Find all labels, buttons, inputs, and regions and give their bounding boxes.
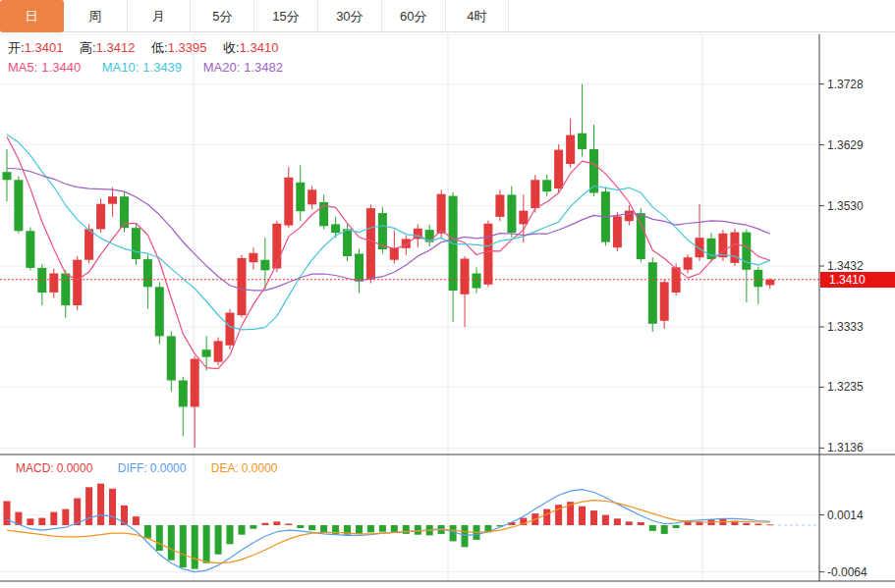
candle [155,287,164,336]
candle [226,313,235,346]
y-axis-label: 1.3728 [827,78,864,91]
candle [3,172,12,180]
macd-bar [403,525,410,534]
candle [742,233,751,270]
tab-60min[interactable]: 60分 [382,0,446,32]
candle [214,341,223,361]
macd-bar [227,525,234,544]
macd-bar [450,525,457,541]
candle [308,189,316,204]
candle [272,224,281,269]
macd-bar [144,525,151,538]
macd-bar [579,507,586,525]
candle [637,213,645,259]
y-axis-label: 1.3530 [827,199,864,213]
macd-value-legend: MACD:0.0000 [16,461,92,475]
macd-bar [215,525,222,555]
candle [495,194,504,217]
tab-week[interactable]: 周 [64,0,128,32]
macd-bar [766,524,773,525]
macd-bar [638,522,644,525]
macd-bar [743,523,750,525]
macd-bar [379,525,386,532]
macd-bar [285,524,292,526]
candle [73,260,82,305]
kline-chart-app: 日 周 月 5分 15分 30分 60分 4时 1.37281.36291.35… [0,0,895,588]
candle [260,260,269,271]
tab-4hour[interactable]: 4时 [446,0,510,32]
candle [461,259,470,294]
y-axis-label: 0.0014 [827,508,864,522]
macd-bar [308,525,315,530]
macd-bar [109,489,116,525]
macd-bar [626,521,633,525]
low-value: 1.3395 [168,40,207,55]
candle [437,194,446,234]
macd-bar [543,509,550,525]
candle [473,274,481,289]
low-label: 低: [151,40,168,55]
macd-bar [74,499,81,526]
candle [402,239,411,247]
macd-bar [661,525,668,534]
high-value: 1.3412 [96,40,136,55]
tab-30min[interactable]: 30分 [318,0,382,32]
candle [49,274,58,293]
kline-canvas[interactable]: 1.37281.36291.35301.34321.33331.32351.31… [0,0,895,588]
candle [684,257,693,270]
ohlc-quote: 开:1.3401 高:1.3412 低:1.3395 收:1.3410 [8,39,291,57]
candle [249,253,257,262]
macd-bar [62,509,69,525]
candle [542,180,551,191]
macd-legend: MACD:0.0000 DIFF:0.0000 DEA:0.0000 [16,461,299,475]
candle [566,135,575,164]
macd-bar [415,525,421,535]
candle [143,259,152,287]
macd-bar [649,525,656,531]
candle [296,183,305,211]
candle [331,224,340,233]
ma10-legend: MA10:1.3439 [102,60,182,75]
period-tabbar: 日 周 月 5分 15分 30分 60分 4时 [0,0,895,32]
macd-bar [192,525,198,569]
macd-bar [273,521,280,525]
close-value: 1.3410 [240,40,279,55]
candle [660,282,669,321]
candle [483,224,492,285]
candle [96,204,105,230]
macd-bar [133,516,140,525]
candle [191,359,199,407]
tab-day[interactable]: 日 [0,0,64,32]
candle [14,180,23,231]
macd-bar [602,515,609,525]
macd-bar [27,518,33,525]
candle [84,229,93,259]
candle [754,270,762,288]
macd-bar [462,525,469,547]
macd-bar [168,525,175,561]
candle [554,150,563,189]
candle [696,238,704,257]
tabbar-filler [509,0,895,32]
ma5-legend: MA5:1.3440 [8,60,81,75]
tab-15min[interactable]: 15分 [254,0,318,32]
macd-bar [356,525,363,534]
chart-area[interactable]: 1.37281.36291.35301.34321.33331.32351.31… [0,0,895,588]
close-label: 收: [223,40,240,55]
macd-layer [4,484,820,572]
tab-month[interactable]: 月 [128,0,192,32]
y-axis-label: 1.3629 [827,138,864,152]
tab-5min[interactable]: 5分 [191,0,254,32]
current-price-tag: 1.3410 [820,272,895,288]
macd-bar [614,518,621,525]
candle [507,194,516,233]
candle [578,134,587,149]
macd-bar [261,523,268,525]
candle [61,274,70,306]
grid-layer [0,34,819,581]
macd-bar [250,525,256,529]
candle [366,208,375,280]
open-label: 开: [8,40,25,55]
candle [167,336,176,380]
candle [765,280,774,286]
